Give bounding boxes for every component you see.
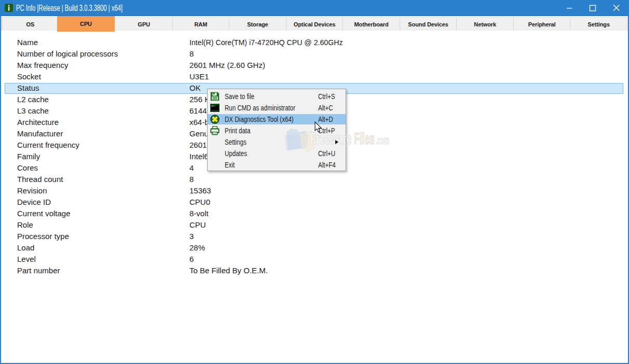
svg-text:Files: Files: [354, 129, 375, 148]
svg-text:.com: .com: [376, 134, 389, 147]
svg-text:Freeware: Freeware: [310, 129, 352, 148]
